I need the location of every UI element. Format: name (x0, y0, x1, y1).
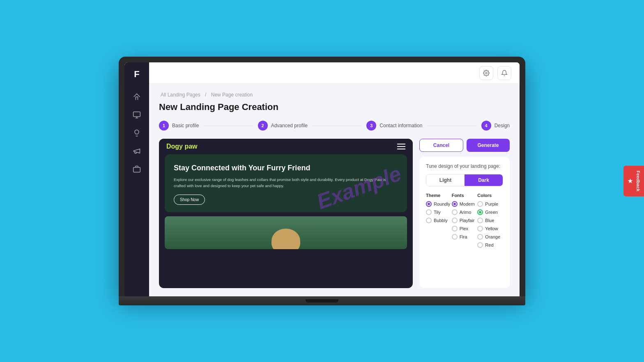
laptop-shell: F (119, 57, 525, 305)
radio-bubbly[interactable] (426, 218, 432, 223)
theme-toggle: Light Dark (426, 174, 503, 186)
radio-arimo[interactable] (452, 209, 458, 215)
svg-rect-3 (133, 167, 140, 172)
sidebar-item-lightbulb[interactable] (129, 126, 144, 140)
radio-yellow[interactable] (477, 226, 483, 231)
sidebar-item-megaphone[interactable] (129, 144, 144, 158)
generate-button[interactable]: Generate (467, 139, 510, 152)
radio-fira[interactable] (452, 234, 458, 240)
colors-column: Colors Purple Green (477, 193, 503, 250)
color-label-purple: Purple (485, 202, 498, 206)
step-line-2 (313, 126, 361, 126)
settings-button[interactable] (479, 66, 493, 80)
feedback-tab[interactable]: Feedback ★ (623, 166, 644, 197)
feedback-label: Feedback (636, 171, 641, 192)
theme-light-button[interactable]: Light (426, 174, 465, 186)
main-content: All Landing Pages / New Page creation Ne… (149, 62, 520, 296)
page-body: All Landing Pages / New Page creation Ne… (149, 84, 520, 296)
radio-tily[interactable] (426, 209, 432, 215)
font-option-modern[interactable]: Modern (452, 201, 478, 207)
preview-cta-button[interactable]: Shop Now (174, 195, 205, 205)
font-label-fira: Fira (460, 234, 467, 239)
theme-option-tily[interactable]: Tily (426, 209, 452, 215)
radio-plex[interactable] (452, 226, 458, 231)
preview-hero-title: Stay Connected with Your Furry Friend (174, 163, 398, 173)
sidebar: F (124, 62, 149, 296)
radio-modern[interactable] (452, 201, 458, 207)
dog-image (165, 216, 407, 249)
sidebar-item-home[interactable] (129, 89, 144, 104)
step-2-circle: 2 (258, 121, 268, 131)
font-option-fira[interactable]: Fira (452, 234, 478, 240)
step-1-circle: 1 (159, 121, 169, 131)
cancel-button[interactable]: Cancel (419, 139, 463, 152)
color-label-blue: Blue (485, 218, 494, 223)
sidebar-item-monitor[interactable] (129, 108, 144, 122)
hamburger-menu[interactable] (397, 144, 405, 149)
preview-hero-body: Explore our exclusive range of dog leash… (174, 177, 398, 189)
radio-blue[interactable] (477, 218, 483, 223)
tune-title: Tune design of your landing page: (426, 163, 503, 169)
laptop-screen-outer: F (119, 57, 525, 296)
theme-option-bubbly[interactable]: Bubbly (426, 218, 452, 223)
right-panel: Cancel Generate Tune design of your land… (419, 139, 510, 288)
theme-label-roundly: Roundly (434, 202, 450, 206)
radio-orange[interactable] (477, 234, 483, 240)
radio-roundly[interactable] (426, 201, 432, 207)
notification-button[interactable] (497, 66, 511, 80)
theme-label-bubbly: Bubbly (434, 218, 448, 223)
dog-silhouette (271, 229, 300, 249)
theme-label-tily: Tily (434, 210, 441, 215)
color-option-yellow[interactable]: Yellow (477, 226, 503, 231)
step-4[interactable]: 4 Design (481, 121, 510, 131)
sidebar-logo: F (134, 69, 139, 80)
step-3[interactable]: 3 Contact information (366, 121, 422, 131)
color-option-blue[interactable]: Blue (477, 218, 503, 223)
theme-option-roundly[interactable]: Roundly (426, 201, 452, 207)
color-option-purple[interactable]: Purple (477, 201, 503, 207)
theme-dark-button[interactable]: Dark (465, 174, 503, 186)
radio-purple[interactable] (477, 201, 483, 207)
step-2-label: Advanced profile (271, 123, 308, 128)
breadcrumb: All Landing Pages / New Page creation (159, 92, 510, 98)
color-option-red[interactable]: Red (477, 242, 503, 248)
color-option-green[interactable]: Green (477, 209, 503, 215)
step-1[interactable]: 1 Basic profile (159, 121, 199, 131)
step-4-circle: 4 (481, 121, 491, 131)
radio-red[interactable] (477, 242, 483, 248)
laptop-screen-inner: F (124, 62, 520, 296)
font-label-playfair: Playfair (460, 218, 475, 223)
step-3-label: Contact information (380, 123, 422, 128)
font-option-arimo[interactable]: Arimo (452, 209, 478, 215)
tune-panel: Tune design of your landing page: Light … (419, 157, 510, 288)
steps-bar: 1 Basic profile 2 Advanced profile 3 Con… (159, 121, 510, 131)
color-label-orange: Orange (485, 234, 500, 239)
topbar (149, 62, 520, 84)
theme-header: Theme (426, 193, 452, 198)
fonts-column: Fonts Modern Arimo (452, 193, 478, 250)
font-option-plex[interactable]: Plex (452, 226, 478, 231)
feedback-icon: ★ (627, 178, 633, 184)
breadcrumb-part2[interactable]: New Page creation (211, 92, 253, 98)
preview-brand: Dogy paw (166, 143, 198, 150)
radio-green[interactable] (477, 209, 483, 215)
colors-header: Colors (477, 193, 503, 198)
font-label-plex: Plex (460, 226, 468, 231)
step-2[interactable]: 2 Advanced profile (258, 121, 308, 131)
step-4-label: Design (494, 123, 510, 128)
svg-point-4 (485, 72, 487, 74)
sidebar-item-briefcase[interactable] (129, 162, 144, 176)
radio-playfair[interactable] (452, 218, 458, 223)
fonts-header: Fonts (452, 193, 478, 198)
preview-panel: Dogy paw Stay Connected with Your Furry … (159, 139, 413, 288)
color-label-yellow: Yellow (485, 226, 498, 231)
preview-nav: Dogy paw (159, 139, 413, 154)
color-label-green: Green (485, 210, 498, 215)
theme-column: Theme Roundly Tily (426, 193, 452, 250)
color-option-orange[interactable]: Orange (477, 234, 503, 240)
preview-hero: Stay Connected with Your Furry Friend Ex… (165, 154, 407, 212)
font-option-playfair[interactable]: Playfair (452, 218, 478, 223)
preview-hero-text: Stay Connected with Your Furry Friend Ex… (174, 163, 398, 205)
breadcrumb-part1[interactable]: All Landing Pages (161, 92, 200, 98)
step-3-circle: 3 (366, 121, 376, 131)
